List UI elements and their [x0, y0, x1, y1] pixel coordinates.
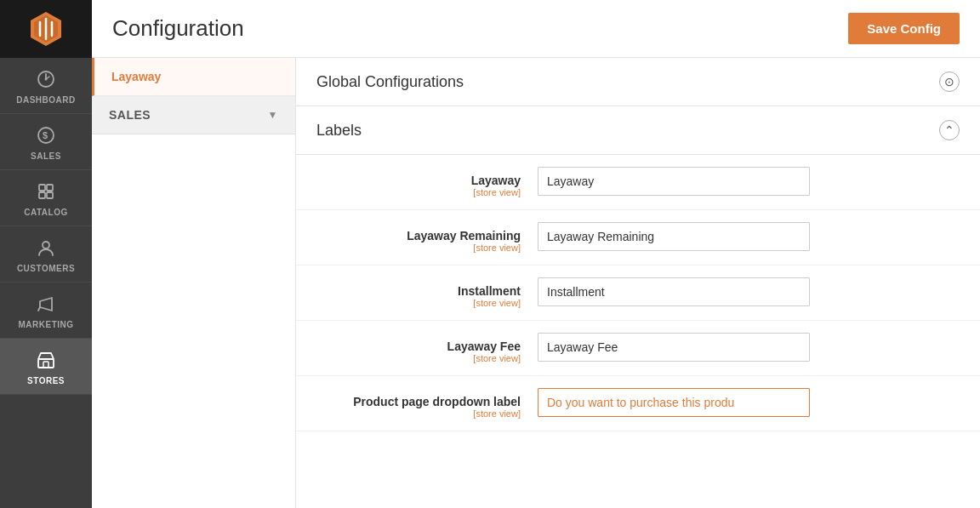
- left-navigation: Layaway SALES ▼: [92, 58, 296, 508]
- sidebar-item-dashboard[interactable]: DASHBOARD: [0, 58, 92, 114]
- sidebar-item-label: CUSTOMERS: [17, 264, 75, 273]
- sales-icon: $: [37, 126, 55, 147]
- svg-point-8: [43, 242, 49, 248]
- field-input-wrap: [538, 167, 810, 196]
- field-label-main: Installment: [316, 284, 521, 298]
- sidebar-logo: [0, 0, 92, 58]
- stores-icon: [37, 351, 55, 372]
- form-row: Product page dropdown label[store view]: [296, 376, 980, 431]
- save-config-button[interactable]: Save Config: [848, 13, 960, 44]
- svg-rect-5: [47, 185, 53, 191]
- global-configurations-title: Global Configurations: [316, 73, 464, 91]
- sidebar-item-label: STORES: [27, 376, 65, 385]
- svg-rect-7: [47, 192, 53, 198]
- field-label-sub: [store view]: [316, 187, 521, 197]
- field-input-layaway[interactable]: [538, 167, 810, 196]
- form-row: Layaway[store view]: [296, 155, 980, 210]
- field-label-main: Layaway Fee: [316, 340, 521, 353]
- labels-title: Labels: [316, 122, 362, 140]
- field-input-wrap: [538, 388, 810, 417]
- catalog-icon: [37, 182, 55, 203]
- form-row: Layaway Fee[store view]: [296, 321, 980, 376]
- form-label: Layaway Fee[store view]: [316, 333, 538, 363]
- sidebar-item-marketing[interactable]: MARKETING: [0, 283, 92, 339]
- sidebar-item-label: CATALOG: [24, 208, 67, 217]
- sidebar: DASHBOARD $ SALES CATALOG CUSTOMERS MARK…: [0, 0, 92, 508]
- field-label-sub: [store view]: [316, 243, 521, 253]
- labels-toggle[interactable]: ⌃: [939, 120, 960, 140]
- field-input-layaway-fee[interactable]: [538, 333, 810, 362]
- labels-header[interactable]: Labels ⌃: [296, 106, 980, 155]
- main-content: Configuration Save Config Layaway SALES …: [92, 0, 980, 508]
- form-label: Layaway[store view]: [316, 167, 538, 197]
- field-label-sub: [store view]: [316, 353, 521, 363]
- dashboard-icon: [37, 70, 55, 91]
- nav-section-sales[interactable]: SALES ▼: [92, 96, 295, 134]
- svg-rect-10: [43, 362, 48, 368]
- sidebar-item-sales[interactable]: $ SALES: [0, 114, 92, 170]
- field-input-wrap: [538, 277, 810, 306]
- global-configurations-toggle[interactable]: ⊙: [939, 71, 960, 92]
- field-input-layaway-remaining[interactable]: [538, 222, 810, 251]
- sidebar-item-catalog[interactable]: CATALOG: [0, 170, 92, 226]
- content-area: Layaway SALES ▼ Global Configurations ⊙ …: [92, 58, 980, 508]
- sidebar-item-label: SALES: [31, 151, 61, 161]
- sidebar-item-customers[interactable]: CUSTOMERS: [0, 226, 92, 283]
- marketing-icon: [37, 294, 55, 316]
- form-fields: Layaway[store view]Layaway Remaining[sto…: [296, 155, 980, 431]
- field-label-main: Layaway Remaining: [316, 229, 521, 243]
- svg-rect-6: [39, 192, 45, 198]
- configuration-content: Global Configurations ⊙ Labels ⌃ Layaway…: [296, 58, 980, 508]
- page-header: Configuration Save Config: [92, 0, 980, 58]
- field-input-product-page-dropdown-label[interactable]: [538, 388, 810, 417]
- form-row: Layaway Remaining[store view]: [296, 210, 980, 265]
- sidebar-item-label: DASHBOARD: [16, 95, 76, 105]
- chevron-down-icon: ▼: [268, 109, 278, 121]
- page-title: Configuration: [112, 15, 244, 42]
- field-label-sub: [store view]: [316, 298, 521, 308]
- magento-logo-icon: [27, 10, 65, 48]
- svg-rect-4: [39, 185, 45, 191]
- svg-point-1: [45, 78, 48, 81]
- svg-text:$: $: [43, 130, 48, 140]
- field-label-main: Product page dropdown label: [316, 395, 521, 408]
- sidebar-item-stores[interactable]: STORES: [0, 339, 92, 395]
- customers-icon: [37, 238, 55, 260]
- field-input-installment[interactable]: [538, 277, 810, 306]
- labels-section: Labels ⌃ Layaway[store view]Layaway Rema…: [296, 106, 980, 431]
- form-row: Installment[store view]: [296, 265, 980, 321]
- field-input-wrap: [538, 222, 810, 251]
- form-label: Layaway Remaining[store view]: [316, 222, 538, 253]
- sidebar-item-label: MARKETING: [18, 320, 73, 329]
- nav-item-layaway[interactable]: Layaway: [92, 58, 295, 96]
- svg-rect-9: [38, 359, 54, 368]
- form-label: Installment[store view]: [316, 277, 538, 308]
- form-label: Product page dropdown label[store view]: [316, 388, 538, 419]
- field-label-sub: [store view]: [316, 408, 521, 419]
- field-label-main: Layaway: [316, 174, 521, 187]
- field-input-wrap: [538, 333, 810, 362]
- global-configurations-header[interactable]: Global Configurations ⊙: [296, 58, 980, 106]
